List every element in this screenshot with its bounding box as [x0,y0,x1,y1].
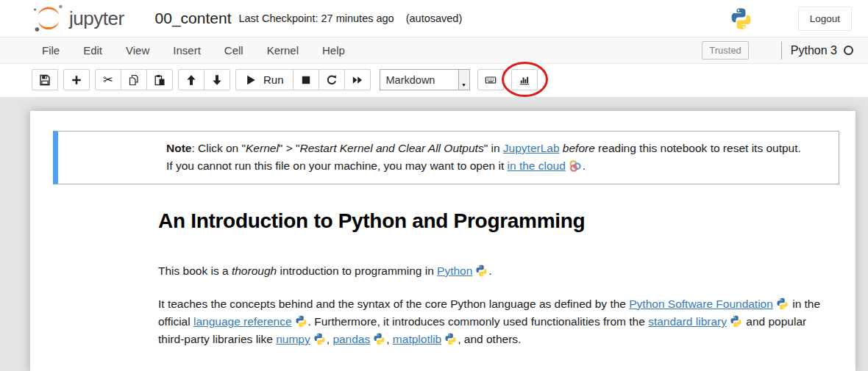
page-title: An Introduction to Python and Programmin… [158,209,824,233]
run-cell-button[interactable]: Run [235,69,294,90]
note-callout: Note: Click on "Kernel" > "Restart Kerne… [53,131,839,184]
add-cell-button[interactable] [63,69,90,90]
python-icon [475,264,488,277]
markdown-cell[interactable]: An Introduction to Python and Programmin… [30,209,855,348]
toolbar: ✂ Run Markdown ▼ [0,64,868,97]
cut-icon: ✂ [103,74,113,86]
move-down-icon [211,74,223,86]
command-palette-button[interactable] [477,69,504,90]
run-icon [245,74,257,86]
notebook-header: jupyter 00_content Last Checkpoint: 27 m… [0,0,868,37]
python-link[interactable]: Python [437,264,472,277]
python-icon [776,298,789,310]
interrupt-kernel-button[interactable] [293,69,319,90]
python-icon [373,333,385,345]
in-the-cloud-link[interactable]: in the cloud [508,159,566,172]
jupyter-logo-icon [29,4,68,33]
menu-kernel[interactable]: Kernel [255,38,310,62]
fast-forward-icon [352,74,363,86]
run-label: Run [263,73,284,86]
kernel-idle-icon [844,46,853,55]
cell-type-value: Markdown [380,70,458,90]
copy-icon [128,74,140,86]
numpy-link[interactable]: numpy [276,333,310,345]
python-logo-icon [730,7,753,30]
move-cell-down-button[interactable] [204,69,230,90]
menu-insert[interactable]: Insert [161,38,213,62]
psf-link[interactable]: Python Software Foundation [629,298,773,310]
move-up-icon [185,74,197,86]
menu-file[interactable]: File [30,38,71,62]
cut-cell-button[interactable]: ✂ [95,69,121,90]
move-cell-up-button[interactable] [178,69,204,90]
intro-paragraph: This book is a thorough introduction to … [158,262,824,280]
bar-chart-icon [519,74,530,86]
autosave-status: (autosaved) [406,12,463,24]
trusted-badge: Trusted [702,41,749,60]
matplotlib-link[interactable]: matplotlib [393,333,441,345]
chevron-down-icon[interactable]: ▼ [458,70,469,90]
save-icon [39,74,51,86]
cell-type-select[interactable]: Markdown ▼ [380,69,470,90]
jupyter-logo-text: jupyter [69,7,124,30]
restart-kernel-button[interactable] [319,69,345,90]
description-paragraph: It teaches the concepts behind and the s… [158,295,824,348]
chart-toolbar-button[interactable] [511,69,538,90]
add-cell-icon [71,74,82,86]
kernel-divider [781,42,782,60]
note-label: Note [166,142,191,154]
kernel-name: Python 3 [791,44,837,57]
notebook-title[interactable]: 00_content [155,10,232,27]
python-icon [295,315,307,328]
keyboard-icon [485,74,497,86]
paste-cell-button[interactable] [146,69,173,90]
restart-icon [326,74,338,86]
notebook-background: Note: Click on "Kernel" > "Restart Kerne… [0,97,868,371]
menu-cell[interactable]: Cell [213,38,255,62]
paste-icon [154,74,166,86]
python-icon [444,333,457,345]
copy-cell-button[interactable] [121,69,147,90]
notebook-container: Note: Click on "Kernel" > "Restart Kerne… [30,111,855,371]
menubar: File Edit View Insert Cell Kernel Help T… [0,37,868,64]
binder-icon [569,159,582,173]
python-icon [730,315,742,328]
save-button[interactable] [32,69,58,90]
checkpoint-status: Last Checkpoint: 27 minutes ago [238,12,394,24]
restart-run-all-button[interactable] [344,69,371,90]
menu-help[interactable]: Help [310,38,357,62]
jupyterlab-link[interactable]: JupyterLab [503,142,560,154]
stop-icon [300,74,312,86]
python-icon [313,333,326,345]
menu-view[interactable]: View [114,38,161,62]
logout-button[interactable]: Logout [798,7,852,31]
pandas-link[interactable]: pandas [332,333,370,345]
language-reference-link[interactable]: language reference [193,315,292,328]
standard-library-link[interactable]: standard library [648,315,727,328]
jupyter-logo[interactable]: jupyter [29,4,124,33]
menu-edit[interactable]: Edit [71,38,114,62]
